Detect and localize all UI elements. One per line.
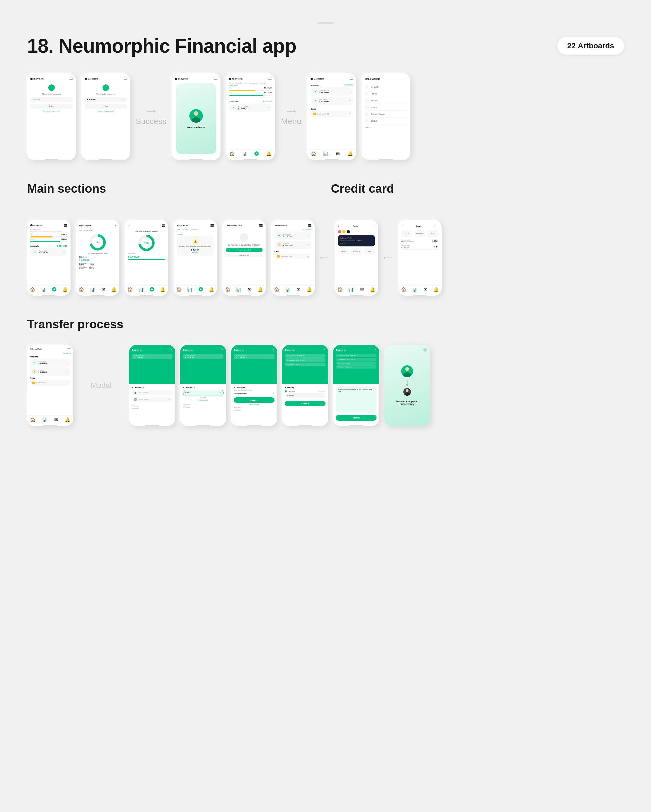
nav-eco3[interactable]: ✉ (101, 287, 105, 292)
acc-hc1[interactable]: MY Account *6234 $ 12.056,00 ⇄ (274, 232, 311, 240)
color-dark[interactable] (347, 230, 350, 234)
tf-continue-3[interactable]: Continue (234, 397, 274, 403)
hamburger-hc[interactable] (308, 224, 311, 227)
acc-hc2[interactable]: M M M *1226 $ 20.000,00 ⇄ (274, 241, 311, 249)
nav-eco1[interactable]: 🏠 (79, 287, 84, 292)
password-field-2[interactable]: 👁 (85, 97, 127, 102)
menu-item-profile[interactable]: My profile (365, 84, 407, 90)
enter-btn-2[interactable]: Enter (85, 104, 127, 108)
account-card-1[interactable]: M Account *6234 $ 12.056,00 ⇄ (229, 104, 271, 112)
tab-historical[interactable]: Historical (191, 229, 198, 231)
confirm-btn[interactable]: Confirm (336, 415, 377, 421)
nav-dot-active[interactable] (255, 151, 259, 156)
nav-s2[interactable]: 📊 (41, 287, 46, 292)
nav-fg3[interactable] (150, 287, 154, 292)
nav-dc1[interactable]: 🏠 (338, 287, 342, 292)
nav-t3[interactable]: ✉ (423, 287, 427, 292)
more-btn[interactable]: More (364, 248, 375, 255)
hamburger-2[interactable] (124, 78, 127, 80)
acc-s1[interactable]: MY Account *6234 $ 12.056,00 ⇄ (30, 248, 67, 256)
eye-icon[interactable]: 👁 (123, 99, 125, 101)
nav-bell-2[interactable]: 🔔 (348, 151, 352, 156)
nav-a4[interactable]: 🔔 (258, 287, 262, 292)
tf-use-old[interactable]: 🔄 Use old transfer → (132, 397, 172, 402)
notif-card-1[interactable]: ⚠️ You have been charged taxes in the ac… (177, 236, 214, 256)
tf-close-1[interactable]: × (171, 348, 172, 352)
color-red[interactable] (338, 230, 341, 234)
nav-hc1[interactable]: 🏠 (274, 287, 279, 292)
hamburger-th[interactable] (67, 348, 70, 350)
nav-hc4[interactable]: 🔔 (307, 287, 311, 292)
modality-now[interactable]: Right now Periodic (285, 390, 325, 392)
nav-eco2[interactable]: 📊 (90, 287, 95, 292)
menu-item-security[interactable]: Security (365, 90, 407, 97)
success-close[interactable]: × (423, 348, 427, 352)
turn-off-btn-t[interactable]: Turn off (401, 230, 412, 237)
menu-item-settings[interactable]: Settings (365, 97, 407, 104)
movements-btn[interactable]: Movements (351, 248, 362, 255)
btn-chat[interactable]: I want to chat (226, 253, 262, 257)
nav-t2[interactable]: 📊 (412, 287, 417, 292)
back-icon[interactable]: ‹ (338, 224, 339, 228)
nav-bell[interactable]: 🔔 (267, 151, 271, 156)
tf-continue-4[interactable]: Continue (285, 401, 325, 406)
hamburger-trans[interactable] (435, 225, 438, 227)
nav-envelope[interactable]: ✉ (336, 151, 340, 156)
hamburger-3[interactable] (214, 78, 217, 80)
tab-activated[interactable]: Activated (182, 229, 189, 231)
account-card-3[interactable]: M M M *1226 $ 20.000,00 ⇄ (311, 97, 353, 105)
hamburger-assist[interactable] (259, 224, 262, 227)
menu-item-contact[interactable]: Contact (365, 118, 407, 124)
know-more[interactable]: Know more (229, 84, 271, 86)
account-card-2[interactable]: M Account *6234 $ 12.056,00 ⇄ (311, 87, 353, 96)
nav-t1[interactable]: 🏠 (401, 287, 406, 292)
nav-a3[interactable]: ✉ (247, 287, 252, 292)
nav-n3[interactable] (198, 287, 203, 292)
card-row-1[interactable]: Credit card *6413 ⇄ (311, 111, 353, 117)
nav-fg2[interactable]: 📊 (139, 287, 143, 292)
forgot-link-2[interactable]: Forgot your password? (85, 110, 127, 112)
menu-item-promos[interactable]: Promos (365, 104, 407, 111)
hamburger-1[interactable] (69, 78, 73, 80)
hamburger-4[interactable] (268, 78, 271, 80)
nav-n4[interactable]: 🔔 (209, 287, 214, 292)
hamburger-notif[interactable] (210, 224, 214, 227)
nav-home-2[interactable]: 🏠 (311, 151, 316, 156)
nav-t4[interactable]: 🔔 (434, 287, 438, 292)
nav-dc4[interactable]: 🔔 (370, 287, 375, 292)
nav-s1[interactable]: 🏠 (30, 287, 35, 292)
color-gold[interactable] (342, 230, 346, 234)
nav-hc2[interactable]: 📊 (285, 287, 290, 292)
nav-chart[interactable]: 📊 (242, 151, 247, 156)
tf-dest-filled[interactable]: 0987 T ✓ (183, 390, 224, 395)
password-field-1[interactable]: Password (30, 97, 73, 102)
nav-a1[interactable]: 🏠 (226, 287, 230, 292)
hamburger-dc[interactable] (372, 225, 375, 227)
logout-btn[interactable]: Log in → (365, 127, 407, 128)
nav-s3[interactable] (52, 287, 56, 292)
nav-fg4[interactable]: 🔔 (160, 287, 165, 292)
nav-dc2[interactable]: 📊 (349, 287, 353, 292)
hamburger-h1[interactable] (64, 224, 67, 227)
btn-call[interactable]: I want to be called (226, 248, 262, 252)
nav-eco4[interactable]: 🔔 (112, 287, 116, 292)
more-btn-t[interactable]: More (427, 230, 438, 237)
more-info[interactable]: More info (179, 252, 212, 253)
hamburger-5[interactable] (350, 78, 353, 80)
movements-btn-t[interactable]: Movements (415, 230, 425, 237)
nav-n2[interactable]: 📊 (188, 287, 192, 292)
nav-a2[interactable]: 📊 (236, 287, 241, 292)
nav-fg1[interactable]: 🏠 (128, 287, 133, 292)
tf-new-recipient[interactable]: 👤 New recipient → (132, 390, 172, 395)
menu-item-support[interactable]: Customer Support (365, 111, 407, 118)
hamburger-fg[interactable] (162, 224, 165, 227)
tab-new[interactable]: New (177, 229, 180, 231)
forgot-link-1[interactable]: Forgot your password? (30, 110, 73, 112)
card-hc1[interactable]: Credit card *6413 ⇄ (274, 253, 311, 259)
nav-s4[interactable]: 🔔 (63, 287, 67, 292)
turn-off-btn[interactable]: Turn off (338, 248, 349, 255)
nav-chart-2[interactable]: 📊 (323, 151, 328, 156)
nav-hc3[interactable]: ✉ (296, 287, 300, 292)
nav-dc3[interactable]: ✉ (360, 287, 364, 292)
enter-btn-1[interactable]: Enter (30, 104, 73, 108)
